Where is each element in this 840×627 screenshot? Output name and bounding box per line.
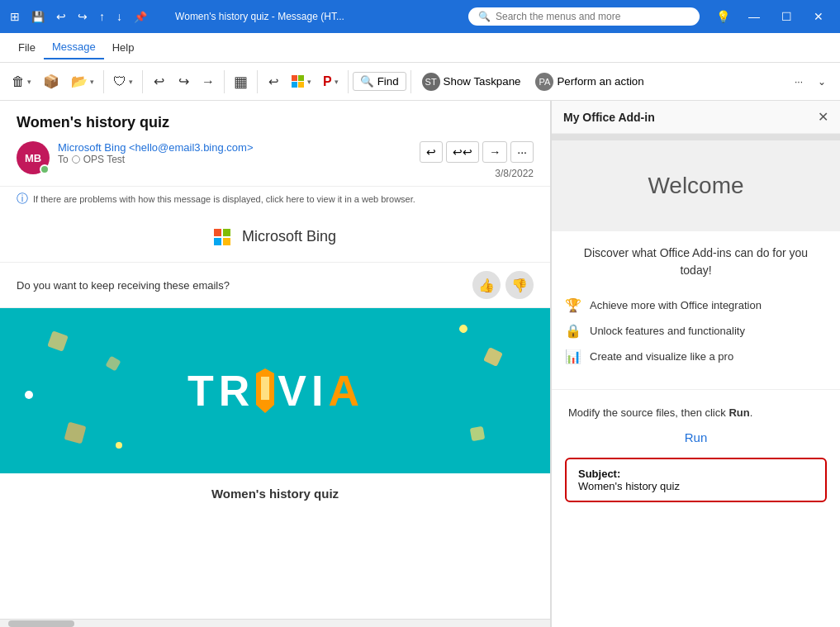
- addin-result-subject-value: Women's history quiz: [578, 480, 814, 492]
- sender-name[interactable]: Microsoft Bing <hello@email3.bing.com>: [58, 141, 411, 154]
- to-label: To: [58, 154, 69, 165]
- more-button[interactable]: ···: [787, 67, 810, 97]
- addin-feature-3: 📊 Create and visualize like a pro: [565, 344, 827, 369]
- shield-button[interactable]: 🛡 ▾: [108, 67, 138, 97]
- colorful-icon: [292, 75, 305, 88]
- perform-action-label: Perform an action: [557, 75, 643, 88]
- svg-rect-1: [261, 377, 269, 400]
- addin-feature-3-text: Create and visualize like a pro: [590, 350, 733, 363]
- forward-nav-button[interactable]: →: [197, 67, 220, 97]
- addin-close-button[interactable]: ✕: [818, 109, 828, 125]
- toolbar-divider-2: [142, 70, 143, 93]
- more-email-button[interactable]: ···: [510, 141, 534, 163]
- toolbar-delete-section: 🗑 ▾: [7, 67, 36, 97]
- email-warning-bar[interactable]: ⓘ If there are problems with how this me…: [0, 186, 550, 211]
- addin-feature-1: 🏆 Achieve more with Office integration: [565, 292, 827, 318]
- reply-button[interactable]: ↩: [262, 67, 285, 97]
- email-meta: MB Microsoft Bing <hello@email3.bing.com…: [17, 141, 534, 179]
- move-button[interactable]: 📂 ▾: [66, 67, 99, 97]
- outlook-icon: P: [323, 74, 332, 89]
- show-taskpane-button[interactable]: ST Show Taskpane: [415, 69, 528, 94]
- main-area: Women's history quiz MB Microsoft Bing <…: [0, 101, 840, 627]
- shield-dropdown-arrow: ▾: [129, 78, 133, 86]
- addin-divider: [552, 389, 840, 390]
- email-body[interactable]: Microsoft Bing Do you want to keep recei…: [0, 211, 550, 619]
- lock-icon: 🔒: [565, 323, 581, 339]
- sender-to: To OPS Test: [58, 154, 411, 165]
- thumbs-down-button[interactable]: 👎: [505, 271, 534, 299]
- addin-run-button[interactable]: Run: [685, 430, 708, 444]
- toolbar-divider-5: [348, 70, 349, 93]
- decorative-1: [47, 330, 69, 352]
- search-input[interactable]: [496, 11, 690, 22]
- expand-button[interactable]: ⌄: [810, 67, 833, 97]
- decorative-dot-2: [116, 442, 122, 449]
- colorful-apps-button[interactable]: ▾: [287, 67, 316, 97]
- reply-all-email-button[interactable]: ↩↩: [446, 141, 479, 163]
- trivia-banner: T R V I A: [0, 308, 550, 473]
- table-button[interactable]: ▦: [229, 67, 253, 97]
- minimize-button[interactable]: —: [738, 7, 770, 26]
- to-circle-icon: [72, 155, 80, 164]
- app-grid-icon[interactable]: ⊞: [7, 8, 23, 25]
- trivia-R: R: [219, 366, 254, 416]
- email-pane: Women's history quiz MB Microsoft Bing <…: [0, 101, 551, 627]
- quiz-title: Women's history quiz: [0, 473, 550, 514]
- delete-button[interactable]: 🗑 ▾: [7, 67, 36, 97]
- search-bar[interactable]: 🔍: [468, 7, 700, 26]
- addin-body[interactable]: Welcome Discover what Office Add-ins can…: [552, 134, 840, 627]
- perform-action-button[interactable]: PA Perform an action: [529, 69, 650, 94]
- email-meta-info: Microsoft Bing <hello@email3.bing.com> T…: [58, 141, 411, 165]
- table-icon: ▦: [234, 73, 248, 91]
- trivia-V: V: [278, 366, 310, 416]
- menu-bar: File Message Help: [0, 33, 840, 63]
- find-icon: 🔍: [360, 75, 374, 88]
- addin-features-list: 🏆 Achieve more with Office integration 🔒…: [552, 292, 840, 382]
- close-button[interactable]: ✕: [804, 7, 833, 26]
- addin-discover-text: Discover what Office Add-ins can do for …: [552, 231, 840, 292]
- achievement-icon: 🏆: [565, 297, 581, 313]
- trivia-pencil-icon: [256, 368, 274, 413]
- toolbar-divider-6: [411, 70, 411, 93]
- archive-button[interactable]: 📦: [38, 67, 64, 97]
- chart-icon: 📊: [565, 349, 581, 364]
- email-date: 3/8/2022: [495, 168, 534, 179]
- undo-button[interactable]: ↩: [147, 67, 170, 97]
- decorative-2: [105, 355, 121, 371]
- addin-welcome-section: Welcome: [552, 140, 840, 231]
- decorative-6: [470, 426, 486, 442]
- feedback-row: Do you want to keep receiving these emai…: [0, 263, 550, 308]
- decorative-5: [483, 347, 503, 367]
- email-subject: Women's history quiz: [17, 114, 534, 131]
- toolbar: 🗑 ▾ 📦 📂 ▾ 🛡 ▾ ↩ ↪ → ▦ ↩ ▾ P: [0, 63, 840, 101]
- colorful-dropdown-arrow: ▾: [307, 78, 311, 86]
- addin-scrollbar-top: [552, 134, 840, 140]
- redo-button[interactable]: ↪: [172, 67, 195, 97]
- email-content: Microsoft Bing Do you want to keep recei…: [0, 211, 550, 514]
- perform-action-icon: PA: [535, 73, 553, 91]
- thumbs-up-button[interactable]: 👍: [472, 271, 501, 299]
- addin-title: My Office Add-in: [563, 111, 655, 124]
- email-horizontal-scrollbar[interactable]: [0, 619, 550, 627]
- find-button[interactable]: 🔍 Find: [353, 72, 406, 91]
- window-controls: — ☐ ✕: [738, 7, 833, 26]
- menu-message[interactable]: Message: [44, 36, 104, 59]
- reply-email-button[interactable]: ↩: [420, 141, 443, 163]
- addin-feature-2: 🔒 Unlock features and functionality: [565, 318, 827, 344]
- search-icon: 🔍: [478, 11, 491, 22]
- reply-icon: ↩: [268, 74, 279, 89]
- menu-file[interactable]: File: [10, 36, 44, 59]
- save-icon[interactable]: 💾: [28, 9, 48, 25]
- menu-help[interactable]: Help: [104, 36, 143, 59]
- move-dropdown-arrow: ▾: [90, 78, 94, 86]
- email-actions: ↩ ↩↩ → ···: [420, 141, 534, 163]
- taskpane-avatar-icon: ST: [422, 73, 440, 91]
- lightbulb-icon[interactable]: 💡: [713, 8, 733, 25]
- forward-email-button[interactable]: →: [482, 141, 507, 163]
- toolbar-divider-3: [224, 70, 225, 93]
- maximize-button[interactable]: ☐: [771, 7, 802, 26]
- outlook-dropdown-arrow: ▾: [335, 78, 339, 86]
- addin-modify-text: Modify the source files, then click Run.: [552, 397, 840, 430]
- undo-icon: ↩: [154, 74, 164, 89]
- outlook-apps-button[interactable]: P ▾: [318, 67, 344, 97]
